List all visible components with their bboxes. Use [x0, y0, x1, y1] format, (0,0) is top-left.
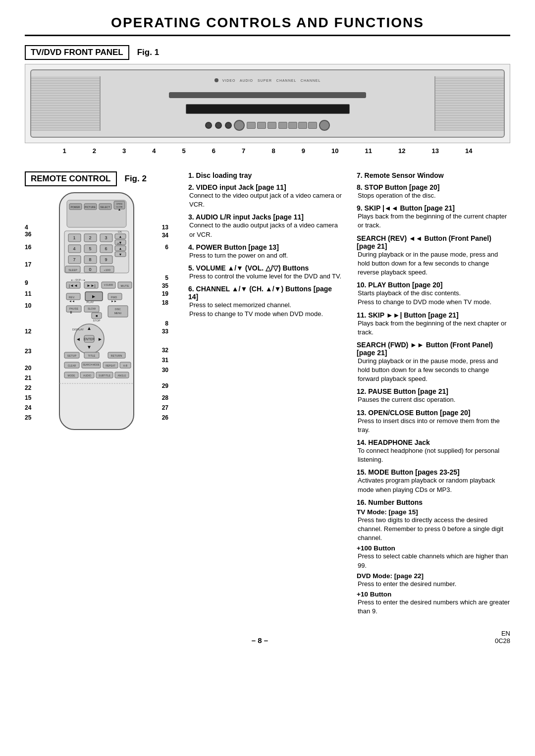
svg-text:|◄◄: |◄◄ [69, 283, 78, 288]
rl-10: 10 [25, 302, 31, 309]
fp-num-13: 13 [431, 147, 438, 155]
desc-9b: SEARCH (REV) ◄◄ Button (Front Panel) [pa… [357, 234, 510, 277]
fp-num-14: 14 [465, 147, 472, 155]
fp-jacks [205, 122, 232, 129]
footer-right: EN 0C28 [495, 630, 510, 645]
fp-num-7: 7 [242, 147, 245, 155]
remote-fig: Fig. 2 [125, 174, 147, 184]
remote-descriptions: 1. Disc loading tray 2. VIDEO input Jack… [188, 171, 510, 620]
rr-5: 5 [165, 274, 168, 281]
svg-text:■: ■ [96, 314, 98, 318]
remote-image-area: 436 16 17 9 11 10 12 23 20 21 22 15 24 2… [25, 190, 168, 434]
desc-4-body: Press to turn the power on and off. [189, 251, 342, 260]
fp-controls [205, 120, 330, 131]
desc-6: 6. CHANNEL ▲/▼ (CH. ▲/▼) Buttons [page 1… [188, 285, 342, 319]
desc-8: 8. STOP Button [page 20] Stops operation… [357, 183, 510, 200]
rr-19: 19 [162, 290, 168, 297]
desc-5-title: 5. VOLUME ▲/▼ (VOL. △/▽) Buttons [188, 264, 342, 272]
rl-21: 21 [25, 375, 31, 381]
desc-16-body4: Press to enter the desired numbers which… [358, 598, 510, 616]
fp-num-9: 9 [302, 147, 305, 155]
svg-text:RETURN: RETURN [111, 354, 122, 357]
fp-body: VIDEO AUDIO SUPER CHANNEL CHANNEL [30, 69, 505, 138]
desc-8-body: Stops operation of the disc. [358, 191, 510, 200]
svg-text:▲: ▲ [119, 235, 122, 238]
desc-2-body: Connect to the video output jack of a vi… [189, 191, 342, 209]
svg-text:▼: ▼ [119, 253, 122, 256]
remote-section: REMOTE CONTROL Fig. 2 436 16 17 9 11 10 … [25, 171, 510, 620]
fp-btn-round-1 [234, 120, 245, 131]
svg-text:2: 2 [89, 235, 91, 240]
rl-9: 9 [25, 279, 28, 286]
svg-text:6: 6 [105, 246, 107, 251]
svg-text:►: ► [98, 336, 103, 342]
fp-disc-slot [169, 92, 366, 98]
svg-text:SEARCH MODE: SEARCH MODE [83, 364, 100, 366]
svg-text:9: 9 [105, 257, 107, 262]
desc-3-title: 3. AUDIO L/R input Jacks [page 11] [188, 213, 342, 221]
desc-col-right: 7. Remote Sensor Window 8. STOP Button [… [357, 171, 510, 620]
desc-9b-title: SEARCH (REV) ◄◄ Button (Front Panel) [pa… [357, 234, 510, 250]
svg-text:OPEN/: OPEN/ [116, 203, 123, 205]
svg-text:SELECT: SELECT [100, 206, 109, 209]
svg-text:⏸: ⏸ [69, 311, 73, 314]
svg-text:AUDIO: AUDIO [83, 374, 91, 377]
svg-text:SETUP: SETUP [67, 354, 77, 357]
desc-2-title: 2. VIDEO input Jack [page 11] [188, 183, 342, 191]
fp-numbers-row: 1 2 3 4 5 6 7 8 9 10 11 12 13 14 [25, 145, 510, 157]
rr-27: 27 [162, 404, 168, 411]
rr-26: 26 [162, 414, 168, 421]
desc-5: 5. VOLUME ▲/▼ (VOL. △/▽) Buttons Press t… [188, 264, 342, 281]
rl-12: 12 [25, 328, 31, 335]
svg-text:1: 1 [73, 235, 75, 240]
desc-2: 2. VIDEO input Jack [page 11] Connect to… [188, 183, 342, 209]
fp-speaker-left [31, 76, 101, 131]
svg-text:◄◄: ◄◄ [69, 300, 75, 303]
front-panel-image: VIDEO AUDIO SUPER CHANNEL CHANNEL [25, 64, 510, 143]
remote-svg: POWER PICTURE SELECT OPEN/ CLOSE ▲ 1 2 [45, 190, 149, 433]
fp-jack-1 [205, 122, 212, 129]
fp-num-8: 8 [271, 147, 275, 155]
footer-code: 0C28 [495, 637, 510, 645]
svg-text:0: 0 [89, 267, 91, 272]
svg-text:SLEEP: SLEEP [68, 269, 77, 271]
svg-text:▲: ▲ [87, 325, 92, 331]
rr-8: 8 [165, 320, 168, 327]
fp-jack-3 [225, 122, 232, 129]
remote-left: REMOTE CONTROL Fig. 2 436 16 17 9 11 10 … [25, 171, 173, 620]
svg-text:PLAY: PLAY [87, 301, 94, 304]
rr-32: 32 [162, 347, 168, 354]
fp-num-10: 10 [331, 147, 338, 155]
rr-33: 33 [162, 328, 168, 335]
fp-num-11: 11 [365, 147, 372, 155]
desc-14: 14. HEADPHONE Jack To connect headphone … [357, 438, 510, 464]
desc-9-body: Plays back from the beginning of the cur… [358, 212, 510, 230]
fp-btn-3 [268, 122, 276, 129]
desc-13-body: Press to insert discs into or remove the… [358, 417, 510, 434]
front-panel-fig: Fig. 1 [137, 48, 159, 57]
rr-31: 31 [162, 357, 168, 364]
desc-16: 16. Number Buttons TV Mode: [page 15] Pr… [357, 498, 510, 616]
footer-en: EN [495, 630, 510, 637]
front-panel-header-row: TV/DVD FRONT PANEL Fig. 1 [25, 45, 510, 60]
desc-11b-title: SEARCH (FWD) ►► Button (Front Panel) [pa… [357, 341, 510, 357]
svg-text:►►: ►► [111, 300, 117, 303]
desc-16-body3: Press to enter the desired number. [358, 580, 510, 589]
fp-num-4: 4 [152, 147, 156, 155]
remote-header-row: REMOTE CONTROL Fig. 2 [25, 171, 173, 186]
desc-12-body: Pauses the current disc operation. [358, 395, 510, 404]
rl-17: 17 [25, 261, 31, 268]
desc-15: 15. MODE Button [pages 23-25] Activates … [357, 468, 510, 494]
fp-speaker-right [434, 76, 504, 131]
svg-text:ANGLE: ANGLE [118, 374, 127, 377]
desc-10-body: Starts playback of the disc contents.Pre… [358, 289, 510, 307]
rl-11: 11 [25, 290, 31, 297]
desc-1: 1. Disc loading tray [188, 171, 342, 179]
fp-jack-2 [215, 122, 222, 129]
fp-num-3: 3 [122, 147, 126, 155]
desc-11-body: Plays back from the beginning of the nex… [358, 319, 510, 337]
svg-text:8: 8 [89, 257, 91, 262]
svg-text:FWD: FWD [111, 296, 117, 299]
rl-16: 16 [25, 244, 31, 251]
desc-9: 9. SKIP |◄◄ Button [page 21] Plays back … [357, 204, 510, 230]
